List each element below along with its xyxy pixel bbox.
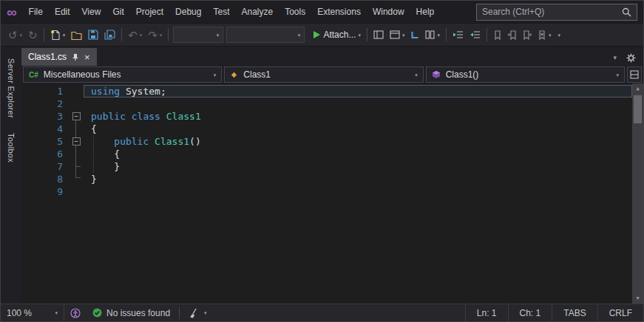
menu-item-extensions[interactable]: Extensions — [311, 4, 367, 20]
code-line[interactable]: { — [84, 123, 632, 135]
next-bookmark-button[interactable] — [520, 26, 535, 44]
toolbar-separator — [487, 28, 487, 41]
new-file-icon — [50, 30, 61, 40]
code-line[interactable]: } — [84, 160, 632, 173]
code-editor[interactable]: 123456789 −− using System;public class C… — [21, 83, 643, 304]
close-icon[interactable]: × — [84, 52, 90, 62]
navigation-bar: C# Miscellaneous Files ▾ Class1 ▾ — [21, 66, 643, 83]
code-cleanup-caret-icon: ▾ — [204, 310, 207, 315]
solution-explorer-button[interactable] — [370, 26, 387, 44]
error-status[interactable]: No issues found — [87, 304, 176, 321]
decrease-line-indent-button[interactable] — [450, 26, 467, 44]
accessibility-icon — [70, 308, 81, 318]
clear-bookmarks-button[interactable]: ▾ — [535, 26, 555, 44]
code-line[interactable]: public Class1() — [84, 135, 632, 148]
type-dropdown[interactable]: Class1 ▾ — [224, 66, 423, 83]
column-indicator[interactable]: Ch: 1 — [508, 304, 552, 321]
document-area: Class1.cs × ▾ — [21, 47, 643, 304]
menu-item-project[interactable]: Project — [130, 4, 169, 20]
line-ending-indicator[interactable]: CRLF — [597, 304, 643, 321]
save-all-icon — [104, 30, 115, 40]
menu-item-debug[interactable]: Debug — [169, 4, 207, 20]
solution-configurations-combobox[interactable]: ▾ — [173, 27, 223, 43]
menu-item-file[interactable]: File — [23, 4, 49, 20]
indent-guide — [93, 135, 94, 173]
search-input[interactable]: Search (Ctrl+Q) — [476, 4, 637, 21]
previous-bookmark-button[interactable] — [505, 26, 520, 44]
new-file-button[interactable]: ▾ — [47, 26, 69, 44]
csharp-file-icon: C# — [29, 71, 38, 79]
attach-button[interactable]: Attach... ▾ — [311, 26, 364, 44]
toolbar-separator — [168, 28, 169, 41]
toggle-bookmark-button[interactable] — [490, 26, 505, 44]
solution-platforms-combobox[interactable]: ▾ — [226, 27, 305, 43]
member-dropdown[interactable]: Class1() ▾ — [426, 66, 625, 83]
object-browser-button[interactable]: ▾ — [422, 26, 443, 44]
line-indicator[interactable]: Ln: 1 — [465, 304, 508, 321]
scroll-down-icon[interactable]: ▼ — [632, 293, 643, 304]
menu-item-git[interactable]: Git — [106, 4, 129, 20]
code-line[interactable]: } — [84, 173, 632, 185]
open-file-button[interactable] — [68, 26, 85, 44]
code-line[interactable] — [84, 185, 632, 198]
gear-icon[interactable] — [626, 53, 636, 63]
statusbar-separator — [179, 307, 180, 319]
sync-with-active-document-button[interactable] — [407, 26, 422, 44]
menu-item-tools[interactable]: Tools — [279, 4, 311, 20]
indent-mode-indicator[interactable]: TABS — [552, 304, 597, 321]
menu-item-test[interactable]: Test — [207, 4, 235, 20]
accessibility-button[interactable] — [64, 304, 87, 321]
toolbar-options-button[interactable]: ▾ — [554, 26, 563, 44]
scrollbar-thumb[interactable] — [634, 95, 642, 123]
project-dropdown[interactable]: C# Miscellaneous Files ▾ — [23, 66, 222, 83]
type-dropdown-value: Class1 — [243, 69, 271, 80]
increase-line-indent-button[interactable] — [467, 26, 484, 44]
line-number: 5 — [21, 135, 69, 148]
sidebar-tab-toolbox[interactable]: Toolbox — [7, 126, 16, 170]
save-button[interactable] — [85, 26, 101, 44]
split-window-button[interactable] — [627, 66, 642, 83]
fold-cell — [69, 97, 84, 110]
properties-window-button[interactable]: ▾ — [387, 26, 408, 44]
object-browser-icon — [425, 30, 435, 39]
fold-cell — [69, 148, 84, 160]
line-number: 4 — [21, 123, 69, 135]
pin-icon[interactable] — [72, 53, 79, 61]
tab-class1-cs[interactable]: Class1.cs × — [21, 48, 97, 66]
toolbar-separator — [446, 28, 447, 41]
code-lines[interactable]: using System;public class Class1{ public… — [84, 83, 632, 304]
vertical-scrollbar[interactable]: ▲ ▼ — [632, 83, 643, 304]
zoom-combobox[interactable]: 100 % ▾ — [1, 304, 64, 321]
menu-item-analyze[interactable]: Analyze — [235, 4, 279, 20]
code-line[interactable] — [84, 97, 632, 110]
bookmarks-caret-icon: ▾ — [549, 32, 552, 38]
fold-extent-tick — [75, 166, 81, 167]
code-cleanup-button[interactable]: ▾ — [183, 304, 213, 321]
left-tool-window-strip: Server Explorer Toolbox — [1, 47, 21, 304]
line-number: 3 — [21, 110, 69, 123]
active-files-dropdown-icon[interactable]: ▾ — [613, 55, 617, 61]
new-file-caret-icon: ▾ — [63, 32, 66, 38]
fold-collapse-icon[interactable]: − — [72, 112, 81, 120]
search-icon — [622, 7, 631, 17]
document-tab-row: Class1.cs × ▾ — [21, 47, 643, 66]
decrease-line-indent-icon — [453, 30, 464, 39]
code-line[interactable]: using System; — [84, 85, 632, 97]
scrollbar-track[interactable] — [632, 94, 643, 293]
fold-collapse-icon[interactable]: − — [72, 137, 81, 145]
issues-label: No issues found — [106, 308, 170, 318]
sidebar-tab-server-explorer[interactable]: Server Explorer — [7, 51, 16, 126]
code-line[interactable]: { — [84, 148, 632, 160]
navigate-backward-button[interactable]: ↺ ▾ — [5, 26, 25, 44]
menu-item-view[interactable]: View — [76, 4, 107, 20]
navigate-forward-button[interactable]: ↻ — [25, 26, 41, 44]
undo-button[interactable]: ↶ ▾ — [125, 26, 145, 44]
code-line[interactable]: public class Class1 — [84, 110, 632, 123]
menu-item-window[interactable]: Window — [367, 4, 410, 20]
menu-item-edit[interactable]: Edit — [49, 4, 76, 20]
redo-button[interactable]: ↷ ▾ — [145, 26, 165, 44]
scroll-up-icon[interactable]: ▲ — [632, 83, 643, 94]
redo-caret-icon: ▾ — [160, 32, 163, 38]
menu-item-help[interactable]: Help — [410, 4, 441, 20]
save-all-button[interactable] — [101, 26, 118, 44]
